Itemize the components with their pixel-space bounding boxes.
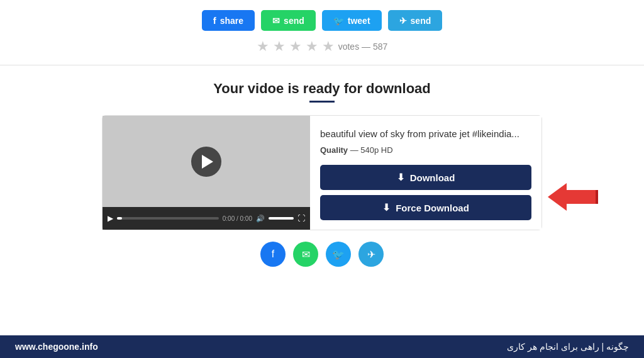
whatsapp-social-icon[interactable]: ✉: [293, 242, 318, 267]
whatsapp-circle-icon: ✉: [302, 249, 310, 260]
star-2[interactable]: ★: [273, 38, 286, 55]
votes-count: votes — 587: [338, 42, 388, 52]
video-title: beautiful view of sky from private jet #…: [320, 127, 531, 140]
red-arrow-body: [567, 190, 598, 204]
video-controls: ▶ 0:00 / 0:00 🔊 ⛶: [103, 207, 310, 230]
section-title: Your vidoe is ready for download: [213, 81, 431, 97]
twitter-social-icon[interactable]: 🐦: [326, 242, 351, 267]
time-display: 0:00 / 0:00: [223, 215, 252, 222]
twitter-tweet-button[interactable]: 🐦 tweet: [322, 10, 382, 31]
star-4[interactable]: ★: [306, 38, 318, 55]
star-1[interactable]: ★: [257, 38, 269, 55]
download-label: Download: [410, 172, 455, 183]
star-5[interactable]: ★: [322, 38, 335, 55]
share-buttons-row: f share ✉ send 🐦 tweet ✈ send: [202, 10, 443, 31]
video-info: beautiful view of sky from private jet #…: [310, 116, 541, 230]
play-button[interactable]: [191, 147, 221, 177]
whatsapp-icon: ✉: [272, 16, 280, 26]
telegram-icon: ✈: [399, 16, 407, 26]
download-button[interactable]: ⬇ Download: [320, 165, 531, 190]
footer-bar: www.chegoone.info چگونه | راهی برای انجا…: [0, 335, 644, 358]
volume-bar[interactable]: [269, 217, 294, 220]
telegram-social-icon[interactable]: ✈: [358, 242, 384, 267]
top-section: f share ✉ send 🐦 tweet ✈ send ★ ★ ★ ★ ★ …: [0, 0, 644, 62]
whatsapp-send-label: send: [284, 16, 304, 26]
twitter-circle-icon: 🐦: [332, 249, 345, 260]
volume-icon[interactable]: 🔊: [256, 215, 265, 223]
download-icon: ⬇: [397, 172, 405, 183]
video-player: ▶ 0:00 / 0:00 🔊 ⛶: [103, 116, 310, 230]
twitter-tweet-label: tweet: [348, 16, 370, 26]
progress-bar[interactable]: [117, 217, 219, 220]
quality-row: Quality — 540p HD: [320, 145, 531, 155]
facebook-social-icon[interactable]: f: [260, 242, 286, 267]
force-download-button[interactable]: ⬇ Force Download: [320, 195, 531, 220]
telegram-send-button[interactable]: ✈ send: [388, 10, 443, 31]
video-card: ▶ 0:00 / 0:00 🔊 ⛶ beautiful view of sky …: [102, 115, 542, 230]
force-download-label: Force Download: [396, 203, 469, 213]
facebook-share-button[interactable]: f share: [202, 10, 255, 31]
footer-tagline: چگونه | راهی برای انجام هر کاری: [507, 342, 629, 352]
download-section: Your vidoe is ready for download ▶ 0:00 …: [0, 68, 644, 335]
facebook-circle-icon: f: [272, 249, 274, 260]
facebook-share-label: share: [220, 16, 243, 26]
red-arrow-head: [548, 183, 567, 211]
twitter-icon: 🐦: [333, 16, 344, 26]
force-download-icon: ⬇: [382, 202, 391, 213]
star-3[interactable]: ★: [289, 38, 302, 55]
progress-fill: [117, 217, 122, 220]
social-icons-row: f ✉ 🐦 ✈: [260, 242, 384, 267]
section-divider: [0, 65, 644, 65]
telegram-send-label: send: [411, 16, 431, 26]
footer-website: www.chegoone.info: [15, 342, 98, 352]
fullscreen-icon[interactable]: ⛶: [297, 214, 305, 223]
video-thumbnail: [103, 116, 310, 207]
rating-row: ★ ★ ★ ★ ★ votes — 587: [257, 38, 388, 55]
title-underline: [309, 101, 335, 103]
telegram-circle-icon: ✈: [367, 249, 375, 260]
whatsapp-send-button[interactable]: ✉ send: [261, 10, 316, 31]
red-arrow-indicator: [548, 183, 598, 211]
play-icon: [202, 155, 213, 169]
play-pause-button[interactable]: ▶: [108, 214, 113, 223]
facebook-icon: f: [213, 15, 216, 26]
quality-label: Quality: [320, 145, 348, 155]
